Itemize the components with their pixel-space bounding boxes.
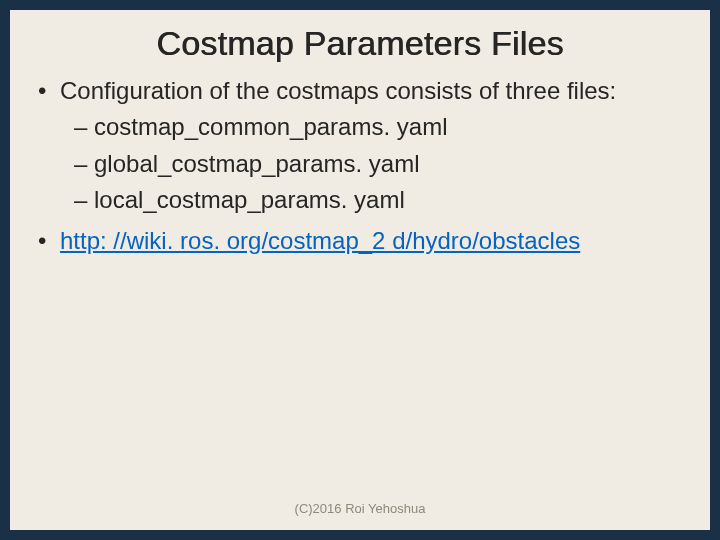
dash-icon: – — [72, 148, 94, 180]
dash-icon: – — [72, 111, 94, 143]
slide-body: • Configuration of the costmaps consists… — [36, 75, 684, 257]
bullet-icon: • — [36, 75, 60, 107]
slide-title: Costmap Parameters Files — [36, 24, 684, 63]
bullet-text: http: //wiki. ros. org/costmap_2 d/hydro… — [60, 225, 684, 257]
sub-bullet-text: global_costmap_params. yaml — [94, 148, 684, 180]
sub-bullet-list: – costmap_common_params. yaml – global_c… — [72, 111, 684, 216]
sub-bullet-item: – global_costmap_params. yaml — [72, 148, 684, 180]
slide-footer: (C)2016 Roi Yehoshua — [10, 501, 710, 516]
dash-icon: – — [72, 184, 94, 216]
slide: Costmap Parameters Files • Configuration… — [10, 10, 710, 530]
bullet-item: • Configuration of the costmaps consists… — [36, 75, 684, 107]
sub-bullet-item: – costmap_common_params. yaml — [72, 111, 684, 143]
slide-frame: Costmap Parameters Files • Configuration… — [0, 0, 720, 540]
bullet-icon: • — [36, 225, 60, 257]
sub-bullet-text: costmap_common_params. yaml — [94, 111, 684, 143]
bullet-text: Configuration of the costmaps consists o… — [60, 75, 684, 107]
sub-bullet-text: local_costmap_params. yaml — [94, 184, 684, 216]
bullet-item: • http: //wiki. ros. org/costmap_2 d/hyd… — [36, 225, 684, 257]
sub-bullet-item: – local_costmap_params. yaml — [72, 184, 684, 216]
reference-link[interactable]: http: //wiki. ros. org/costmap_2 d/hydro… — [60, 227, 580, 254]
